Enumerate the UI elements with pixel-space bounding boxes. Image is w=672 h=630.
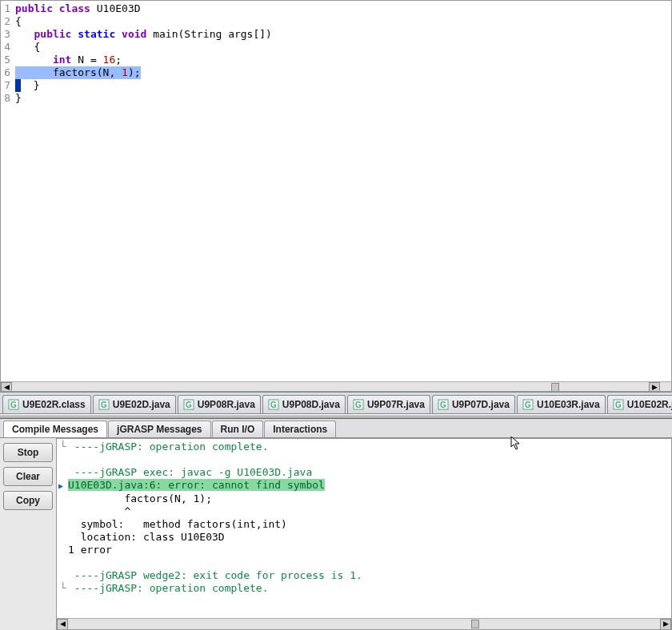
- file-tab-label: U10E03R.java: [537, 399, 600, 410]
- file-tab[interactable]: GU10E03R.java: [517, 395, 606, 413]
- code-line[interactable]: {: [15, 41, 671, 54]
- code-line[interactable]: {: [15, 15, 671, 28]
- svg-text:G: G: [270, 401, 277, 409]
- console-line: 1 error: [58, 544, 668, 556]
- line-number: 6: [4, 66, 10, 79]
- jgrasp-file-icon: G: [353, 399, 364, 410]
- jgrasp-file-icon: G: [8, 399, 19, 410]
- code-line[interactable]: factors(N, 1);: [15, 66, 671, 79]
- line-number: 8: [4, 92, 10, 105]
- code-area[interactable]: public class U10E03D{ public static void…: [15, 1, 671, 381]
- code-editor[interactable]: 12345678 public class U10E03D{ public st…: [1, 1, 671, 381]
- scroll-right-icon[interactable]: ▶: [649, 382, 660, 392]
- file-tab[interactable]: GU9E02R.class: [2, 395, 91, 413]
- line-number: 2: [4, 15, 10, 28]
- file-tab-label: U9E02R.class: [22, 399, 86, 410]
- file-tab[interactable]: GU10E02R.java: [607, 395, 672, 413]
- jgrasp-file-icon: G: [183, 399, 194, 410]
- clear-button[interactable]: Clear: [3, 467, 53, 486]
- line-gutter: 12345678: [1, 1, 15, 381]
- file-tab[interactable]: GU9P08R.java: [178, 395, 261, 413]
- console-line: location: class U10E03D: [58, 531, 668, 544]
- scroll-left-icon[interactable]: ◀: [57, 619, 68, 630]
- file-tab[interactable]: GU9P08D.java: [262, 395, 346, 413]
- scroll-thumb[interactable]: [471, 620, 479, 628]
- console-line: ^: [58, 505, 668, 518]
- console-output[interactable]: └ ----jGRASP: operation complete. ----jG…: [57, 439, 671, 618]
- svg-text:G: G: [615, 401, 622, 409]
- code-line[interactable]: public class U10E03D: [15, 2, 671, 15]
- line-number: 7: [4, 79, 10, 92]
- file-tab-label: U10E02R.java: [627, 399, 672, 410]
- code-line[interactable]: }: [15, 92, 671, 105]
- tab-compile-messages[interactable]: Compile Messages: [3, 421, 107, 437]
- file-tab-label: U9P08R.java: [198, 399, 255, 410]
- scroll-thumb[interactable]: [551, 383, 559, 392]
- console-line: ----jGRASP wedge2: exit code for process…: [58, 569, 668, 582]
- file-tab-label: U9P07R.java: [367, 399, 425, 410]
- file-tab-bar: GU9E02R.classGU9E02D.javaGU9P08R.javaGU9…: [0, 392, 672, 414]
- svg-text:G: G: [440, 401, 446, 409]
- line-number: 3: [4, 28, 10, 41]
- tab-jgrasp-messages[interactable]: jGRASP Messages: [108, 421, 211, 437]
- svg-text:G: G: [525, 401, 531, 409]
- file-tab[interactable]: GU9P07R.java: [347, 395, 430, 413]
- code-editor-pane: 12345678 public class U10E03D{ public st…: [0, 0, 672, 392]
- console-line: └ ----jGRASP: operation complete.: [58, 582, 668, 595]
- console-line: [58, 453, 668, 466]
- tab-interactions[interactable]: Interactions: [264, 421, 336, 437]
- file-tab-label: U9E02D.java: [113, 399, 170, 410]
- console-tab-bar: Compile Messages jGRASP Messages Run I/O…: [0, 419, 672, 438]
- line-number: 5: [4, 54, 10, 66]
- console-horizontal-scrollbar[interactable]: ◀ ▶: [57, 618, 671, 629]
- file-tab[interactable]: GU9E02D.java: [93, 395, 176, 413]
- svg-text:G: G: [186, 401, 192, 409]
- scroll-left-icon[interactable]: ◀: [1, 382, 12, 392]
- jgrasp-file-icon: G: [98, 399, 110, 410]
- code-line[interactable]: }: [15, 79, 671, 92]
- console-line: ----jGRASP exec: javac -g U10E03D.java: [58, 466, 668, 479]
- console-line: [58, 556, 668, 569]
- jgrasp-file-icon: G: [522, 399, 534, 410]
- console-output-pane: └ ----jGRASP: operation complete. ----jG…: [56, 438, 672, 630]
- code-line[interactable]: public static void main(String args[]): [15, 28, 671, 41]
- jgrasp-file-icon: G: [613, 399, 624, 410]
- line-number: 4: [4, 41, 10, 54]
- svg-text:G: G: [101, 401, 107, 409]
- code-line[interactable]: int N = 16;: [15, 54, 671, 66]
- file-tab[interactable]: GU9P07D.java: [432, 395, 515, 413]
- console-line: symbol: method factors(int,int): [58, 518, 668, 531]
- console-line: factors(N, 1);: [58, 492, 668, 505]
- svg-text:G: G: [10, 401, 17, 409]
- tab-run-io[interactable]: Run I/O: [212, 421, 264, 437]
- jgrasp-file-icon: G: [268, 399, 279, 410]
- line-number: 1: [4, 2, 10, 15]
- console-button-column: Stop Clear Copy: [0, 438, 56, 630]
- console-line: └ ----jGRASP: operation complete.: [58, 441, 668, 453]
- svg-text:G: G: [355, 401, 362, 409]
- file-tab-label: U9P08D.java: [282, 399, 340, 410]
- copy-button[interactable]: Copy: [3, 491, 53, 510]
- console-line: ▶U10E03D.java:6: error: cannot find symb…: [58, 479, 668, 492]
- editor-horizontal-scrollbar[interactable]: ◀ ▶: [1, 381, 671, 392]
- file-tab-label: U9P07D.java: [452, 399, 510, 410]
- console-area: Stop Clear Copy └ ----jGRASP: operation …: [0, 438, 672, 630]
- scroll-right-icon[interactable]: ▶: [660, 619, 671, 630]
- jgrasp-file-icon: G: [438, 399, 449, 410]
- stop-button[interactable]: Stop: [3, 443, 53, 462]
